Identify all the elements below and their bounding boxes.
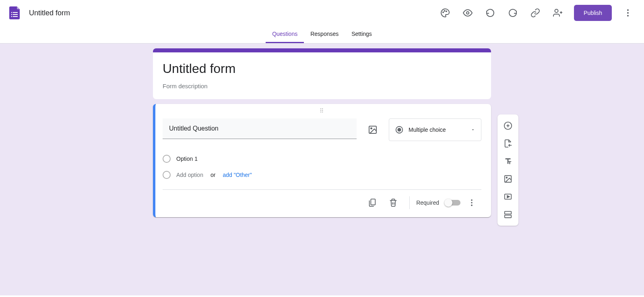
chevron-down-icon — [471, 127, 475, 132]
svg-point-25 — [471, 205, 473, 206]
svg-rect-1 — [13, 14, 18, 15]
tab-settings[interactable]: Settings — [345, 26, 378, 43]
add-question-button[interactable] — [497, 117, 518, 135]
add-title-button[interactable] — [497, 152, 518, 170]
add-other-button[interactable]: add "Other" — [223, 172, 252, 178]
form-title[interactable]: Untitled form — [163, 61, 481, 76]
svg-point-4 — [11, 14, 12, 15]
header-actions: Publish — [436, 3, 638, 23]
tab-questions[interactable]: Questions — [266, 26, 304, 43]
svg-rect-20 — [371, 199, 376, 205]
redo-button[interactable] — [503, 3, 522, 23]
question-more-button[interactable] — [462, 193, 481, 212]
svg-point-9 — [466, 12, 469, 14]
svg-point-13 — [627, 9, 629, 11]
svg-rect-0 — [13, 12, 18, 13]
question-card[interactable]: ⠿ Multiple choice — [153, 104, 491, 217]
section-icon — [504, 210, 512, 219]
svg-rect-33 — [505, 212, 512, 214]
eye-icon — [463, 8, 473, 18]
form-canvas: Untitled form Form description ⠿ Multipl… — [0, 44, 644, 295]
add-video-button[interactable] — [497, 188, 518, 206]
publish-button[interactable]: Publish — [574, 5, 612, 21]
svg-point-19 — [398, 128, 400, 131]
redo-icon — [508, 8, 518, 18]
plus-circle-icon — [504, 121, 512, 130]
svg-point-24 — [471, 202, 473, 204]
divider — [409, 196, 410, 209]
question-type-label: Multiple choice — [409, 127, 466, 133]
question-title-input[interactable] — [163, 118, 357, 139]
form-header-card[interactable]: Untitled form Form description — [153, 48, 491, 99]
required-label: Required — [416, 199, 439, 206]
tab-responses[interactable]: Responses — [304, 26, 345, 43]
palette-icon — [440, 8, 450, 18]
svg-point-23 — [471, 199, 473, 201]
svg-point-14 — [627, 12, 629, 14]
copy-icon — [368, 198, 377, 207]
svg-rect-2 — [13, 16, 18, 17]
add-option-button[interactable]: Add option — [176, 172, 203, 178]
svg-point-3 — [11, 12, 12, 13]
svg-marker-32 — [507, 195, 510, 198]
radio-icon — [395, 125, 404, 134]
or-label: or — [211, 172, 215, 178]
drag-handle-icon[interactable]: ⠿ — [163, 109, 481, 117]
svg-point-30 — [506, 177, 507, 178]
svg-point-17 — [371, 128, 372, 129]
required-toggle[interactable] — [446, 200, 460, 206]
form-description[interactable]: Form description — [163, 83, 481, 89]
undo-button[interactable] — [481, 3, 500, 23]
svg-point-7 — [444, 10, 445, 11]
add-image-block-button[interactable] — [497, 170, 518, 188]
question-row: Multiple choice — [163, 118, 481, 141]
link-button[interactable] — [526, 3, 545, 23]
svg-point-8 — [446, 11, 447, 12]
delete-button[interactable] — [384, 193, 403, 212]
video-icon — [504, 192, 512, 201]
svg-point-10 — [555, 9, 558, 12]
text-icon — [504, 157, 512, 166]
more-button[interactable] — [618, 3, 638, 23]
forms-logo-icon — [7, 6, 22, 20]
radio-circle-icon — [163, 171, 171, 179]
image-icon — [368, 125, 378, 135]
svg-point-6 — [443, 12, 444, 13]
duplicate-button[interactable] — [363, 193, 382, 212]
forms-logo[interactable] — [6, 5, 23, 21]
trash-icon — [389, 198, 398, 207]
person-add-icon — [553, 8, 563, 18]
tabs-bar: Questions Responses Settings — [0, 26, 644, 44]
side-toolbar — [497, 114, 518, 226]
add-section-button[interactable] — [497, 206, 518, 223]
customize-theme-button[interactable] — [436, 3, 455, 23]
svg-point-5 — [11, 16, 12, 17]
link-icon — [530, 8, 540, 18]
more-vert-icon — [467, 198, 476, 207]
add-option-row: Add option or add "Other" — [163, 167, 481, 183]
add-image-button[interactable] — [363, 120, 382, 139]
option-text[interactable]: Option 1 — [176, 156, 198, 162]
document-title[interactable]: Untitled form — [29, 9, 436, 17]
svg-rect-34 — [505, 215, 512, 218]
form-container: Untitled form Form description ⠿ Multipl… — [153, 48, 491, 217]
import-icon — [504, 139, 512, 148]
app-header: Untitled form — [0, 0, 644, 26]
undo-icon — [485, 8, 495, 18]
svg-point-15 — [627, 15, 629, 17]
more-vert-icon — [623, 8, 633, 18]
question-type-select[interactable]: Multiple choice — [389, 118, 481, 141]
option-row[interactable]: Option 1 — [163, 151, 481, 167]
add-collaborators-button[interactable] — [548, 3, 568, 23]
preview-button[interactable] — [458, 3, 477, 23]
import-questions-button[interactable] — [497, 135, 518, 152]
options-list: Option 1 Add option or add "Other" — [163, 147, 481, 189]
image-icon — [504, 174, 512, 183]
question-footer: Required — [163, 189, 481, 212]
radio-circle-icon — [163, 155, 171, 163]
